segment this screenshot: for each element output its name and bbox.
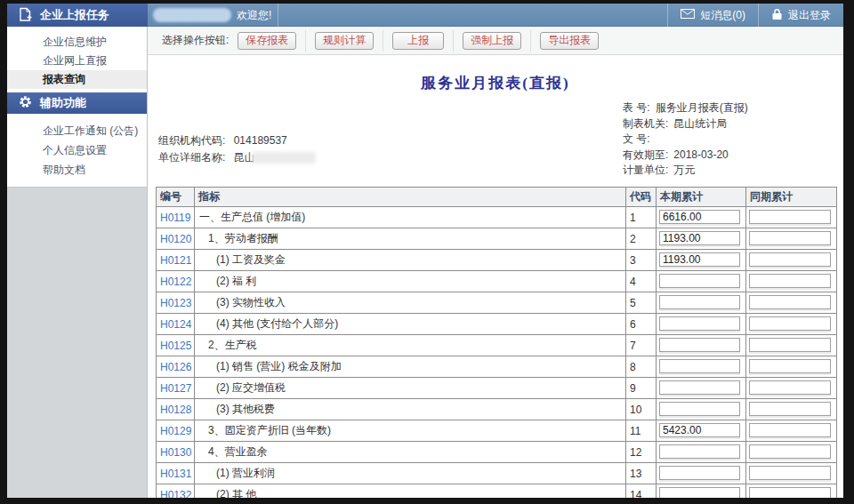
row-id-link[interactable]: H0123 bbox=[157, 297, 191, 309]
same-period-input[interactable] bbox=[749, 316, 831, 331]
current-period-input[interactable] bbox=[659, 210, 740, 224]
current-period-input[interactable] bbox=[659, 380, 740, 395]
form-number-label: 表 号: bbox=[623, 101, 650, 114]
issuing-agency-value: 昆山统计局 bbox=[673, 117, 727, 130]
indicator-cell: 3、固定资产折旧 (当年数) bbox=[195, 420, 626, 442]
col-header-same-period: 同期累计 bbox=[746, 188, 837, 207]
indicator-cell: 一、生产总值 (增加值) bbox=[195, 207, 626, 228]
report-content: 服务业月报表(直报) 组织机构代码: 014189537 单位详细名称: 昆山 … bbox=[148, 55, 843, 498]
table-row: H0121 (1) 工资及奖金 3 bbox=[157, 250, 837, 271]
indicator-cell: (1) 营业利润 bbox=[195, 463, 626, 484]
redacted-unit-name bbox=[252, 152, 316, 164]
same-period-input[interactable] bbox=[749, 231, 831, 245]
current-period-input[interactable] bbox=[659, 252, 740, 267]
col-header-current-period: 本期累计 bbox=[657, 188, 746, 207]
row-id-link[interactable]: H0130 bbox=[157, 446, 191, 459]
same-period-input[interactable] bbox=[749, 210, 831, 224]
current-period-input[interactable] bbox=[659, 444, 740, 459]
indicator-cell: (2) 福 利 bbox=[195, 271, 626, 292]
indicator-cell: (3) 其他税费 bbox=[195, 399, 626, 420]
action-toolbar: 选择操作按钮: 保存报表 规则计算 上报 强制上报 导出报表 bbox=[148, 27, 843, 55]
sidebar-section-auxiliary: 辅助功能 bbox=[7, 92, 147, 114]
code-cell: 2 bbox=[626, 228, 657, 250]
force-submit-button[interactable]: 强制上报 bbox=[463, 32, 521, 50]
row-id-link[interactable]: H0120 bbox=[157, 233, 191, 245]
row-id-link[interactable]: H0128 bbox=[157, 404, 191, 416]
table-row: H0130 4、营业盈余 12 bbox=[157, 442, 837, 463]
current-period-input[interactable] bbox=[659, 316, 740, 331]
row-id-link[interactable]: H0122 bbox=[157, 276, 191, 288]
topbar-actions: 短消息(0) 退出登录 bbox=[667, 4, 843, 27]
export-report-button[interactable]: 导出报表 bbox=[540, 32, 599, 50]
row-id-link[interactable]: H0125 bbox=[157, 340, 191, 352]
gear-icon bbox=[19, 95, 32, 111]
row-id-link[interactable]: H0132 bbox=[157, 489, 191, 499]
redacted-username bbox=[153, 8, 231, 22]
row-id-link[interactable]: H0126 bbox=[157, 361, 191, 373]
current-period-input[interactable] bbox=[659, 466, 740, 480]
current-period-input[interactable] bbox=[659, 402, 740, 416]
same-period-input[interactable] bbox=[749, 380, 831, 395]
row-id-link[interactable]: H0121 bbox=[157, 254, 191, 267]
messages-label: 短消息(0) bbox=[700, 8, 745, 23]
indicator-cell: (1) 销售 (营业) 税金及附加 bbox=[195, 356, 626, 378]
table-row: H0125 2、生产税 7 bbox=[157, 335, 837, 356]
col-header-id: 编号 bbox=[157, 188, 195, 207]
table-row: H0120 1、劳动者报酬 2 bbox=[157, 228, 837, 250]
current-period-input[interactable] bbox=[659, 295, 740, 309]
rule-calculation-button[interactable]: 规则计算 bbox=[315, 32, 374, 50]
same-period-input[interactable] bbox=[749, 295, 831, 309]
sidebar-section-title: 企业上报任务 bbox=[40, 7, 109, 23]
form-number-value: 服务业月报表(直报) bbox=[656, 101, 748, 114]
same-period-input[interactable] bbox=[749, 402, 831, 416]
sidebar-item-enterprise-info[interactable]: 企业信息维护 bbox=[7, 33, 147, 52]
save-report-button[interactable]: 保存报表 bbox=[238, 32, 296, 50]
sidebar-item-work-notice[interactable]: 企业工作通知 (公告) bbox=[7, 121, 147, 140]
row-id-link[interactable]: H0119 bbox=[157, 212, 190, 224]
same-period-input[interactable] bbox=[749, 252, 831, 267]
indicator-cell: (1) 工资及奖金 bbox=[195, 250, 626, 271]
unit-of-measure-value: 万元 bbox=[673, 164, 695, 176]
sidebar-nav: 企业信息维护 企业网上直报 报表查询 辅助功能 企业工作通知 (公告) 个人信息… bbox=[7, 27, 147, 188]
table-row: H0131 (1) 营业利润 13 bbox=[157, 463, 837, 484]
messages-button[interactable]: 短消息(0) bbox=[668, 4, 758, 27]
same-period-input[interactable] bbox=[749, 466, 831, 480]
code-cell: 13 bbox=[626, 463, 657, 484]
current-period-input[interactable] bbox=[659, 338, 740, 352]
code-cell: 1 bbox=[626, 207, 657, 228]
same-period-input[interactable] bbox=[749, 274, 831, 288]
unit-name-label: 单位详细名称: bbox=[158, 151, 225, 164]
table-row: H0122 (2) 福 利 4 bbox=[157, 271, 837, 292]
envelope-icon bbox=[681, 9, 695, 21]
code-cell: 5 bbox=[626, 292, 657, 314]
report-meta-right: 表 号:服务业月报表(直报) 制表机关:昆山统计局 文 号: 有效期至:2018… bbox=[623, 100, 748, 179]
row-id-link[interactable]: H0129 bbox=[157, 425, 191, 437]
current-period-input[interactable] bbox=[659, 487, 740, 499]
current-period-input[interactable] bbox=[659, 274, 740, 288]
sidebar-item-report-query[interactable]: 报表查询 bbox=[7, 70, 147, 89]
sidebar-item-online-direct-report[interactable]: 企业网上直报 bbox=[7, 52, 147, 70]
same-period-input[interactable] bbox=[749, 487, 831, 499]
same-period-input[interactable] bbox=[749, 444, 831, 459]
same-period-input[interactable] bbox=[749, 359, 831, 373]
current-period-input[interactable] bbox=[659, 231, 740, 245]
document-plus-icon bbox=[19, 7, 32, 24]
indicator-cell: 4、营业盈余 bbox=[195, 442, 626, 463]
sidebar-item-personal-settings[interactable]: 个人信息设置 bbox=[7, 140, 147, 160]
col-header-indicator: 指标 bbox=[195, 188, 626, 207]
table-row: H0128 (3) 其他税费 10 bbox=[157, 399, 837, 420]
code-cell: 4 bbox=[626, 271, 657, 292]
same-period-input[interactable] bbox=[749, 423, 831, 437]
row-id-link[interactable]: H0124 bbox=[157, 318, 191, 331]
sidebar-item-help-docs[interactable]: 帮助文档 bbox=[7, 160, 147, 180]
code-cell: 11 bbox=[626, 420, 657, 442]
top-bar: 企业上报任务 欢迎您! 短消息(0) 退出登录 bbox=[7, 4, 843, 27]
same-period-input[interactable] bbox=[749, 338, 831, 352]
row-id-link[interactable]: H0127 bbox=[157, 382, 191, 395]
current-period-input[interactable] bbox=[659, 423, 740, 437]
row-id-link[interactable]: H0131 bbox=[157, 468, 191, 480]
submit-button[interactable]: 上报 bbox=[392, 32, 444, 50]
logout-button[interactable]: 退出登录 bbox=[759, 4, 843, 27]
current-period-input[interactable] bbox=[659, 359, 740, 373]
table-row: H0126 (1) 销售 (营业) 税金及附加 8 bbox=[157, 356, 837, 378]
